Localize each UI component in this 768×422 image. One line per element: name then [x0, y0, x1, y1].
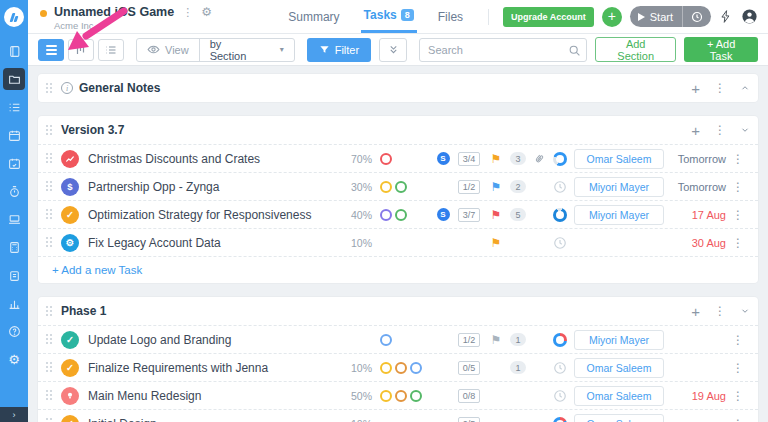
- drag-handle-icon[interactable]: [46, 153, 53, 164]
- project-menu-icon[interactable]: ⋮: [182, 6, 193, 19]
- comment-count[interactable]: 1: [506, 361, 530, 374]
- label-circle[interactable]: [410, 390, 422, 402]
- tab-tasks[interactable]: Tasks8: [361, 0, 417, 33]
- group-by-dropdown[interactable]: by Section ▾: [199, 39, 294, 61]
- task-title[interactable]: Optimization Strategy for Responsiveness: [88, 208, 338, 222]
- add-task-button[interactable]: + Add Task: [684, 37, 758, 62]
- section-menu-icon[interactable]: ⋮: [714, 123, 726, 137]
- assignee-button[interactable]: Omar Saleem: [574, 414, 664, 422]
- label-circle[interactable]: [395, 209, 407, 221]
- view-toggle-detailed[interactable]: [98, 39, 124, 61]
- subtask-count[interactable]: 3/4: [452, 152, 486, 166]
- bolt-icon[interactable]: [719, 9, 733, 24]
- label-circle[interactable]: [410, 362, 422, 374]
- priority-flag-icon[interactable]: ⚑: [486, 334, 506, 346]
- label-circle[interactable]: [380, 390, 392, 402]
- drag-handle-icon[interactable]: [46, 306, 53, 317]
- expand-filters-button[interactable]: [379, 38, 407, 62]
- label-circle[interactable]: [380, 181, 392, 193]
- assignee-button[interactable]: Omar Saleem: [574, 358, 664, 378]
- due-date[interactable]: 30 Aug: [666, 237, 726, 249]
- task-title[interactable]: Update Logo and Branding: [88, 333, 338, 347]
- due-date[interactable]: Tomorrow: [666, 153, 726, 165]
- task-menu-icon[interactable]: ⋮: [726, 417, 750, 422]
- add-new-task-link[interactable]: + Add a new Task: [52, 264, 142, 276]
- drag-handle-icon[interactable]: [46, 125, 53, 136]
- assignee-button[interactable]: Omar Saleem: [574, 386, 664, 406]
- task-title[interactable]: Main Menu Redesign: [88, 389, 338, 403]
- priority-flag-icon[interactable]: ⚑: [486, 237, 506, 249]
- priority-flag-icon[interactable]: ⚑: [486, 209, 506, 221]
- task-menu-icon[interactable]: ⋮: [726, 361, 750, 375]
- drag-handle-icon[interactable]: [46, 390, 53, 401]
- subtask-count[interactable]: 0/5: [452, 417, 486, 422]
- activity-screen-icon[interactable]: [3, 208, 25, 230]
- insights-chart-icon[interactable]: [3, 292, 25, 314]
- task-menu-icon[interactable]: ⋮: [726, 208, 750, 222]
- view-toggle-kanban[interactable]: [68, 39, 94, 61]
- priority-flag-icon[interactable]: ⚑: [486, 153, 506, 165]
- label-circle[interactable]: [380, 334, 392, 346]
- task-title[interactable]: Finalize Requirements with Jenna: [88, 361, 338, 375]
- timer-clock-icon[interactable]: [683, 11, 711, 23]
- chevron-down-icon[interactable]: [740, 306, 750, 316]
- view-menu-button[interactable]: View: [137, 39, 199, 61]
- payments-calculator-icon[interactable]: [3, 236, 25, 258]
- hubstaff-logo[interactable]: [4, 7, 24, 27]
- label-circle[interactable]: [380, 362, 392, 374]
- time-clock-icon[interactable]: [548, 389, 572, 403]
- task-menu-icon[interactable]: ⋮: [726, 333, 750, 347]
- subtask-count[interactable]: 0/5: [452, 361, 486, 375]
- comment-count[interactable]: 2: [506, 180, 530, 193]
- tab-files[interactable]: Files: [435, 0, 466, 33]
- schedule-check-icon[interactable]: [3, 152, 25, 174]
- section-add-icon[interactable]: +: [691, 81, 700, 96]
- drag-handle-icon[interactable]: [46, 418, 53, 422]
- filter-button[interactable]: Filter: [307, 38, 371, 62]
- add-section-button[interactable]: Add Section: [595, 37, 676, 62]
- priority-flag-icon[interactable]: ⚑: [486, 181, 506, 193]
- task-title[interactable]: Partnership Opp - Zynga: [88, 180, 338, 194]
- task-menu-icon[interactable]: ⋮: [726, 152, 750, 166]
- section-add-icon[interactable]: +: [691, 123, 700, 138]
- address-book-icon[interactable]: [3, 40, 25, 62]
- drag-handle-icon[interactable]: [46, 362, 53, 373]
- tab-summary[interactable]: Summary: [285, 0, 342, 33]
- upgrade-account-button[interactable]: Upgrade Account: [503, 7, 594, 27]
- comment-count[interactable]: 1: [506, 333, 530, 346]
- task-menu-icon[interactable]: ⋮: [726, 389, 750, 403]
- drag-handle-icon[interactable]: [46, 237, 53, 248]
- comment-count[interactable]: 3: [506, 152, 530, 165]
- task-menu-icon[interactable]: ⋮: [726, 236, 750, 250]
- subtask-count[interactable]: 1/2: [452, 333, 486, 347]
- todos-list-icon[interactable]: [3, 96, 25, 118]
- assignee-button[interactable]: Miyori Mayer: [574, 330, 664, 350]
- time-progress-donut[interactable]: [548, 152, 572, 166]
- time-progress-donut[interactable]: [548, 333, 572, 347]
- account-avatar-icon[interactable]: [741, 8, 758, 25]
- time-clock-icon[interactable]: [548, 180, 572, 194]
- time-progress-donut[interactable]: [548, 417, 572, 422]
- subtask-count[interactable]: 3/7: [452, 208, 486, 222]
- comment-count[interactable]: 5: [506, 208, 530, 221]
- task-menu-icon[interactable]: ⋮: [726, 180, 750, 194]
- task-title[interactable]: Initial Design: [88, 417, 338, 422]
- section-add-icon[interactable]: +: [691, 304, 700, 319]
- calendar-icon[interactable]: [3, 124, 25, 146]
- assignee-button[interactable]: Omar Saleem: [574, 149, 664, 169]
- projects-folder-icon[interactable]: [3, 68, 25, 90]
- assignee-button[interactable]: Miyori Mayer: [574, 177, 664, 197]
- start-timer-button[interactable]: Start: [630, 6, 711, 27]
- drag-handle-icon[interactable]: [46, 83, 53, 94]
- quick-add-button[interactable]: +: [602, 7, 622, 27]
- label-circle[interactable]: [395, 181, 407, 193]
- chevron-up-icon[interactable]: [740, 83, 750, 93]
- drag-handle-icon[interactable]: [46, 209, 53, 220]
- attachment-icon[interactable]: [530, 153, 548, 165]
- assignee-button[interactable]: Miyori Mayer: [574, 205, 664, 225]
- settings-gear-icon[interactable]: ⚙: [3, 348, 25, 370]
- chevron-down-icon[interactable]: [740, 125, 750, 135]
- subtask-count[interactable]: 0/8: [452, 389, 486, 403]
- project-settings-icon[interactable]: ⚙: [201, 5, 212, 19]
- due-date[interactable]: 19 Aug: [666, 390, 726, 402]
